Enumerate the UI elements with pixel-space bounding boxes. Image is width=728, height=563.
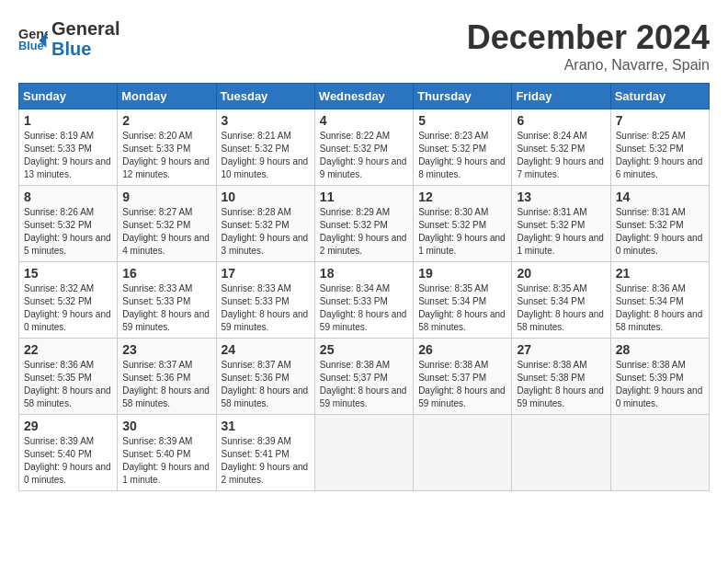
calendar-body: 1 Sunrise: 8:19 AMSunset: 5:33 PMDayligh… [19,109,710,491]
calendar-day-cell: 3 Sunrise: 8:21 AMSunset: 5:32 PMDayligh… [216,109,314,186]
calendar-day-cell: 16 Sunrise: 8:33 AMSunset: 5:33 PMDaylig… [118,262,216,339]
day-number: 28 [616,342,704,357]
calendar-day-cell: 26 Sunrise: 8:38 AMSunset: 5:37 PMDaylig… [414,339,512,415]
day-number: 10 [222,190,310,204]
day-info: Sunrise: 8:34 AMSunset: 5:33 PMDaylight:… [320,283,407,332]
day-number: 30 [122,419,210,433]
day-number: 14 [616,190,704,204]
calendar-day-header: Wednesday [314,84,413,109]
calendar-day-cell [314,415,413,491]
calendar-day-cell: 9 Sunrise: 8:27 AMSunset: 5:32 PMDayligh… [118,186,216,262]
calendar-day-cell: 31 Sunrise: 8:39 AMSunset: 5:41 PMDaylig… [216,415,314,491]
calendar-day-header: Thursday [414,84,512,109]
day-info: Sunrise: 8:38 AMSunset: 5:39 PMDaylight:… [616,360,703,408]
day-info: Sunrise: 8:31 AMSunset: 5:32 PMDaylight:… [616,207,703,256]
calendar-week-row: 15 Sunrise: 8:32 AMSunset: 5:32 PMDaylig… [19,262,710,339]
day-info: Sunrise: 8:22 AMSunset: 5:32 PMDaylight:… [320,131,407,179]
day-number: 23 [122,342,210,357]
calendar-day-cell: 6 Sunrise: 8:24 AMSunset: 5:32 PMDayligh… [512,109,610,186]
day-info: Sunrise: 8:31 AMSunset: 5:32 PMDaylight:… [517,207,604,256]
day-number: 24 [222,342,310,357]
calendar-week-row: 1 Sunrise: 8:19 AMSunset: 5:33 PMDayligh… [19,109,710,186]
day-number: 26 [418,342,506,357]
svg-text:Blue: Blue [18,39,44,52]
day-info: Sunrise: 8:36 AMSunset: 5:34 PMDaylight:… [616,283,703,332]
calendar-day-cell: 5 Sunrise: 8:23 AMSunset: 5:32 PMDayligh… [414,109,512,186]
day-number: 2 [122,113,210,128]
calendar-day-cell: 7 Sunrise: 8:25 AMSunset: 5:32 PMDayligh… [610,109,709,186]
calendar-day-cell [512,415,610,491]
day-number: 27 [517,342,605,357]
month-title: December 2024 [467,18,710,57]
day-info: Sunrise: 8:39 AMSunset: 5:41 PMDaylight:… [222,436,309,485]
day-number: 21 [616,266,704,281]
calendar-day-cell: 22 Sunrise: 8:36 AMSunset: 5:35 PMDaylig… [19,339,118,415]
calendar-day-cell: 20 Sunrise: 8:35 AMSunset: 5:34 PMDaylig… [512,262,610,339]
calendar-day-cell: 11 Sunrise: 8:29 AMSunset: 5:32 PMDaylig… [314,186,413,262]
calendar-day-cell: 10 Sunrise: 8:28 AMSunset: 5:32 PMDaylig… [216,186,314,262]
day-number: 16 [122,266,210,281]
calendar-day-cell: 2 Sunrise: 8:20 AMSunset: 5:33 PMDayligh… [118,109,216,186]
calendar-day-cell: 19 Sunrise: 8:35 AMSunset: 5:34 PMDaylig… [414,262,512,339]
logo-general-text: General [51,18,119,39]
calendar-day-cell: 30 Sunrise: 8:39 AMSunset: 5:40 PMDaylig… [118,415,216,491]
day-info: Sunrise: 8:27 AMSunset: 5:32 PMDaylight:… [122,207,210,256]
calendar-day-header: Tuesday [216,84,314,109]
calendar-day-cell: 21 Sunrise: 8:36 AMSunset: 5:34 PMDaylig… [610,262,709,339]
day-info: Sunrise: 8:36 AMSunset: 5:35 PMDaylight:… [24,360,111,408]
day-number: 8 [24,190,112,204]
day-number: 25 [320,342,408,357]
calendar-week-row: 22 Sunrise: 8:36 AMSunset: 5:35 PMDaylig… [19,339,710,415]
calendar-day-header: Sunday [19,84,118,109]
day-number: 22 [24,342,112,357]
day-info: Sunrise: 8:33 AMSunset: 5:33 PMDaylight:… [222,283,309,332]
day-info: Sunrise: 8:37 AMSunset: 5:36 PMDaylight:… [122,360,210,408]
day-info: Sunrise: 8:30 AMSunset: 5:32 PMDaylight:… [418,207,506,256]
day-number: 31 [222,419,310,433]
calendar-day-header: Friday [512,84,610,109]
day-info: Sunrise: 8:20 AMSunset: 5:33 PMDaylight:… [122,131,210,179]
day-info: Sunrise: 8:26 AMSunset: 5:32 PMDaylight:… [24,207,111,256]
calendar-day-cell [414,415,512,491]
day-info: Sunrise: 8:33 AMSunset: 5:33 PMDaylight:… [122,283,210,332]
calendar-day-cell: 28 Sunrise: 8:38 AMSunset: 5:39 PMDaylig… [610,339,709,415]
day-number: 1 [24,113,112,128]
day-info: Sunrise: 8:37 AMSunset: 5:36 PMDaylight:… [222,360,309,408]
calendar-table: SundayMondayTuesdayWednesdayThursdayFrid… [18,83,710,491]
calendar-day-cell: 25 Sunrise: 8:38 AMSunset: 5:37 PMDaylig… [314,339,413,415]
calendar-day-cell: 14 Sunrise: 8:31 AMSunset: 5:32 PMDaylig… [610,186,709,262]
calendar-day-cell: 15 Sunrise: 8:32 AMSunset: 5:32 PMDaylig… [19,262,118,339]
day-number: 18 [320,266,408,281]
calendar-day-cell: 23 Sunrise: 8:37 AMSunset: 5:36 PMDaylig… [118,339,216,415]
day-number: 17 [222,266,310,281]
day-number: 4 [320,113,408,128]
calendar-day-cell: 18 Sunrise: 8:34 AMSunset: 5:33 PMDaylig… [314,262,413,339]
calendar-day-cell: 8 Sunrise: 8:26 AMSunset: 5:32 PMDayligh… [19,186,118,262]
day-number: 29 [24,419,112,433]
day-number: 9 [122,190,210,204]
day-number: 12 [418,190,506,204]
calendar-day-cell: 24 Sunrise: 8:37 AMSunset: 5:36 PMDaylig… [216,339,314,415]
day-number: 19 [418,266,506,281]
day-info: Sunrise: 8:19 AMSunset: 5:33 PMDaylight:… [24,131,111,179]
logo-icon: General Blue [18,26,48,52]
calendar-day-cell: 1 Sunrise: 8:19 AMSunset: 5:33 PMDayligh… [19,109,118,186]
day-info: Sunrise: 8:38 AMSunset: 5:37 PMDaylight:… [320,360,407,408]
day-info: Sunrise: 8:29 AMSunset: 5:32 PMDaylight:… [320,207,407,256]
day-info: Sunrise: 8:35 AMSunset: 5:34 PMDaylight:… [418,283,506,332]
day-info: Sunrise: 8:23 AMSunset: 5:32 PMDaylight:… [418,131,506,179]
calendar-day-cell [610,415,709,491]
day-number: 20 [517,266,605,281]
day-number: 11 [320,190,408,204]
location-title: Arano, Navarre, Spain [467,57,710,74]
calendar-day-cell: 12 Sunrise: 8:30 AMSunset: 5:32 PMDaylig… [414,186,512,262]
calendar-day-cell: 13 Sunrise: 8:31 AMSunset: 5:32 PMDaylig… [512,186,610,262]
day-info: Sunrise: 8:25 AMSunset: 5:32 PMDaylight:… [616,131,703,179]
calendar-header-row: SundayMondayTuesdayWednesdayThursdayFrid… [19,84,710,109]
day-info: Sunrise: 8:21 AMSunset: 5:32 PMDaylight:… [222,131,309,179]
day-info: Sunrise: 8:38 AMSunset: 5:37 PMDaylight:… [418,360,506,408]
calendar-day-cell: 4 Sunrise: 8:22 AMSunset: 5:32 PMDayligh… [314,109,413,186]
day-number: 5 [418,113,506,128]
calendar-week-row: 29 Sunrise: 8:39 AMSunset: 5:40 PMDaylig… [19,415,710,491]
day-number: 7 [616,113,704,128]
